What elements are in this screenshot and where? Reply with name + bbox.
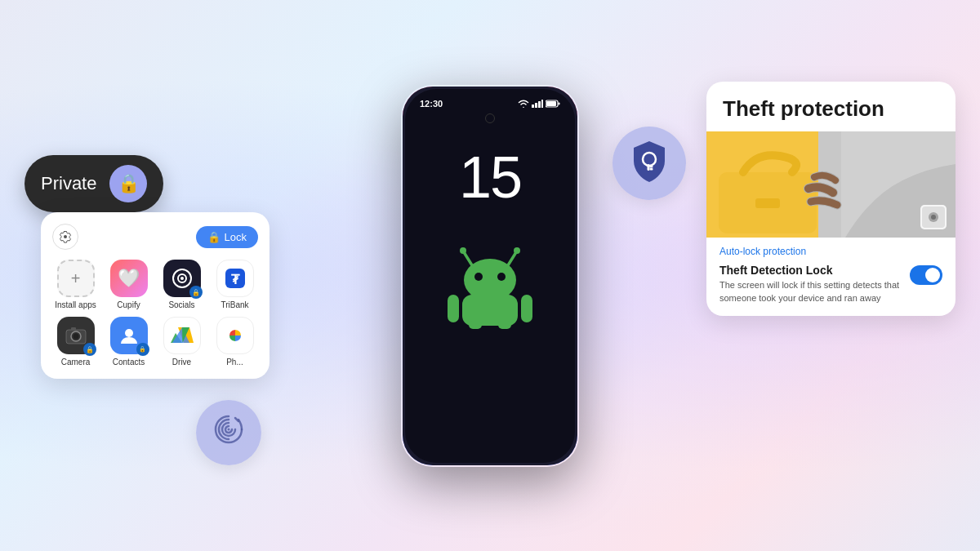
app-item-camera[interactable]: 🔒 Camera	[52, 317, 99, 367]
svg-point-40	[931, 215, 936, 220]
socials-icon-svg	[171, 267, 194, 290]
svg-rect-1	[535, 103, 537, 108]
svg-rect-5	[546, 101, 556, 106]
app-drive-icon	[163, 317, 201, 354]
phone-status-bar: 12:30	[405, 89, 575, 109]
svg-rect-3	[541, 100, 543, 108]
fingerprint-icon	[211, 411, 247, 455]
private-label: Private	[41, 173, 96, 194]
theft-detection-desc: The screen will lock if this setting det…	[719, 279, 902, 304]
svg-rect-28	[71, 327, 76, 331]
signal-icon	[532, 100, 543, 108]
phone-screen: 12:30	[405, 89, 575, 463]
lock-icon: 🔒	[118, 173, 140, 194]
svg-line-7	[464, 252, 472, 265]
fingerprint-svg	[211, 411, 247, 447]
app-item-drive[interactable]: Drive	[158, 317, 205, 367]
phone-time: 12:30	[420, 99, 443, 109]
svg-rect-32	[650, 168, 653, 171]
toggle-knob	[925, 268, 940, 282]
phone-status-icons	[518, 100, 560, 108]
photos-icon-svg	[224, 324, 247, 347]
svg-rect-36	[755, 198, 780, 208]
app-grid: + Install apps 🤍 Cupify 🔒 Socials	[52, 260, 258, 367]
app-cupify-icon: 🤍	[110, 260, 148, 297]
svg-text:₮: ₮	[231, 273, 240, 287]
private-space-pill[interactable]: Private 🔒	[24, 155, 163, 212]
svg-point-10	[514, 247, 520, 254]
app-item-socials[interactable]: 🔒 Socials	[158, 260, 205, 310]
app-drive-label: Drive	[172, 358, 191, 367]
svg-rect-18	[498, 321, 511, 329]
theft-image	[706, 131, 956, 238]
theft-detection-toggle[interactable]	[910, 265, 942, 285]
theft-protection-card: Theft protection	[706, 82, 956, 316]
android-bot-svg	[441, 239, 539, 329]
theft-title: Theft protection	[723, 96, 939, 122]
app-item-contacts[interactable]: 🔒 Contacts	[105, 317, 152, 367]
svg-rect-14	[462, 295, 518, 326]
svg-point-21	[180, 277, 184, 280]
app-camera-label: Camera	[61, 358, 91, 367]
app-install-icon: +	[57, 260, 95, 297]
svg-point-12	[474, 273, 483, 281]
fingerprint-bubble	[196, 400, 261, 465]
app-camera-icon: 🔒	[57, 317, 95, 354]
app-tribank-icon: ₮	[216, 260, 254, 297]
phone-clock-number: 15	[459, 148, 521, 207]
gear-icon	[59, 230, 72, 243]
contacts-icon-svg	[118, 325, 140, 346]
shield-key-icon	[629, 140, 670, 187]
svg-rect-15	[448, 295, 459, 322]
auto-lock-label: Auto-lock protection	[719, 246, 942, 257]
svg-rect-16	[521, 295, 532, 322]
phone-camera-hole	[485, 113, 495, 123]
svg-point-29	[125, 329, 133, 337]
svg-rect-33	[650, 166, 653, 168]
lock-icon-small: 🔒	[207, 231, 220, 243]
android-bot	[441, 239, 539, 332]
svg-point-27	[73, 334, 78, 340]
app-cupify-label: Cupify	[117, 300, 140, 310]
camera-lock-badge: 🔒	[83, 343, 96, 356]
svg-rect-31	[648, 164, 650, 171]
theft-detection-row: Theft Detection Lock The screen will loc…	[719, 264, 942, 304]
app-item-tribank[interactable]: ₮ TriBank	[212, 260, 258, 310]
phone-body: 12:30	[400, 84, 580, 468]
lock-button[interactable]: 🔒 Lock	[196, 226, 258, 248]
shield-bubble	[612, 127, 686, 200]
phone-mockup: 12:30	[400, 84, 580, 468]
gear-settings-button[interactable]	[52, 224, 78, 250]
app-install-label: Install apps	[55, 300, 96, 310]
wifi-icon	[518, 100, 529, 108]
app-grid-header: 🔒 Lock	[52, 224, 258, 250]
app-item-photos[interactable]: Ph...	[212, 317, 258, 367]
shield-key-svg	[629, 140, 670, 184]
socials-lock-badge: 🔒	[189, 286, 203, 299]
svg-rect-17	[469, 321, 482, 329]
svg-point-13	[497, 273, 506, 281]
app-photos-label: Ph...	[226, 358, 243, 367]
svg-rect-0	[532, 104, 534, 108]
app-socials-icon: 🔒	[163, 260, 201, 297]
theft-detection-title: Theft Detection Lock	[719, 264, 902, 277]
svg-line-9	[508, 252, 516, 265]
lock-button-label: Lock	[225, 231, 247, 243]
tribank-icon-svg: ₮	[224, 267, 247, 290]
theft-card-header: Theft protection	[706, 82, 956, 131]
theft-card-body: Auto-lock protection Theft Detection Loc…	[706, 238, 956, 316]
app-grid-card: 🔒 Lock + Install apps 🤍 Cupify 🔒 Socials	[41, 212, 270, 379]
app-item-cupify[interactable]: 🤍 Cupify	[105, 260, 152, 310]
svg-rect-6	[559, 102, 560, 104]
drive-icon-svg	[171, 325, 194, 346]
contacts-lock-badge: 🔒	[136, 343, 149, 356]
app-tribank-label: TriBank	[220, 300, 248, 310]
camera-icon-svg	[65, 327, 87, 344]
theft-detection-text: Theft Detection Lock The screen will loc…	[719, 264, 902, 304]
app-item-install[interactable]: + Install apps	[52, 260, 99, 310]
svg-point-8	[460, 247, 466, 254]
illustration-svg	[706, 131, 956, 238]
app-socials-label: Socials	[168, 300, 194, 310]
app-photos-icon	[216, 317, 254, 354]
app-contacts-label: Contacts	[113, 358, 145, 367]
